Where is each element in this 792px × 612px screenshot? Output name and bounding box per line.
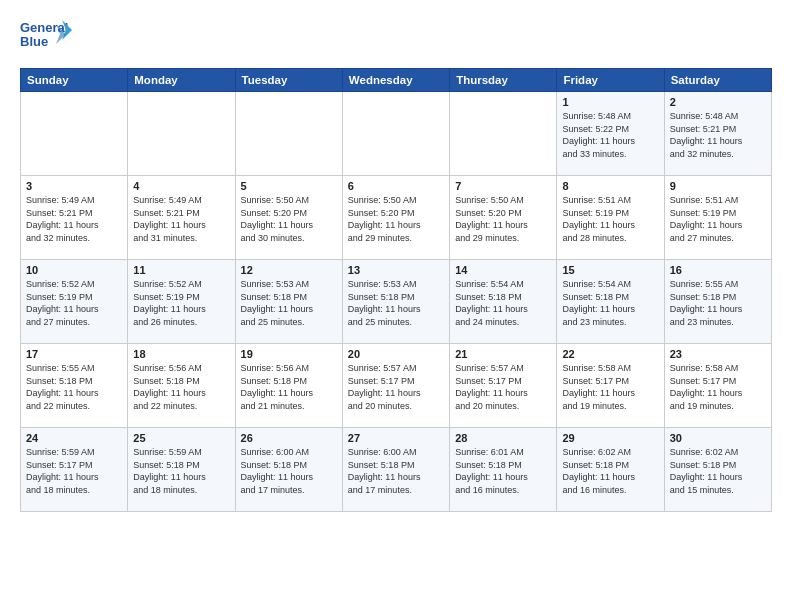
day-cell: 16Sunrise: 5:55 AM Sunset: 5:18 PM Dayli… bbox=[664, 260, 771, 344]
day-cell: 3Sunrise: 5:49 AM Sunset: 5:21 PM Daylig… bbox=[21, 176, 128, 260]
day-info: Sunrise: 5:53 AM Sunset: 5:18 PM Dayligh… bbox=[348, 278, 444, 328]
day-cell: 13Sunrise: 5:53 AM Sunset: 5:18 PM Dayli… bbox=[342, 260, 449, 344]
day-cell: 25Sunrise: 5:59 AM Sunset: 5:18 PM Dayli… bbox=[128, 428, 235, 512]
day-cell: 26Sunrise: 6:00 AM Sunset: 5:18 PM Dayli… bbox=[235, 428, 342, 512]
day-cell: 2Sunrise: 5:48 AM Sunset: 5:21 PM Daylig… bbox=[664, 92, 771, 176]
day-cell: 22Sunrise: 5:58 AM Sunset: 5:17 PM Dayli… bbox=[557, 344, 664, 428]
week-row-1: 1Sunrise: 5:48 AM Sunset: 5:22 PM Daylig… bbox=[21, 92, 772, 176]
svg-text:Blue: Blue bbox=[20, 34, 48, 49]
day-info: Sunrise: 5:59 AM Sunset: 5:18 PM Dayligh… bbox=[133, 446, 229, 496]
day-info: Sunrise: 5:56 AM Sunset: 5:18 PM Dayligh… bbox=[241, 362, 337, 412]
day-number: 1 bbox=[562, 96, 658, 108]
day-cell: 27Sunrise: 6:00 AM Sunset: 5:18 PM Dayli… bbox=[342, 428, 449, 512]
day-number: 2 bbox=[670, 96, 766, 108]
day-number: 22 bbox=[562, 348, 658, 360]
day-number: 10 bbox=[26, 264, 122, 276]
day-info: Sunrise: 6:02 AM Sunset: 5:18 PM Dayligh… bbox=[670, 446, 766, 496]
day-cell: 20Sunrise: 5:57 AM Sunset: 5:17 PM Dayli… bbox=[342, 344, 449, 428]
day-number: 12 bbox=[241, 264, 337, 276]
day-cell: 19Sunrise: 5:56 AM Sunset: 5:18 PM Dayli… bbox=[235, 344, 342, 428]
header: General Blue bbox=[20, 16, 772, 58]
day-number: 24 bbox=[26, 432, 122, 444]
day-cell: 9Sunrise: 5:51 AM Sunset: 5:19 PM Daylig… bbox=[664, 176, 771, 260]
day-info: Sunrise: 5:52 AM Sunset: 5:19 PM Dayligh… bbox=[26, 278, 122, 328]
weekday-header-friday: Friday bbox=[557, 69, 664, 92]
day-number: 21 bbox=[455, 348, 551, 360]
day-cell: 12Sunrise: 5:53 AM Sunset: 5:18 PM Dayli… bbox=[235, 260, 342, 344]
day-info: Sunrise: 6:00 AM Sunset: 5:18 PM Dayligh… bbox=[348, 446, 444, 496]
day-info: Sunrise: 5:55 AM Sunset: 5:18 PM Dayligh… bbox=[26, 362, 122, 412]
day-info: Sunrise: 5:55 AM Sunset: 5:18 PM Dayligh… bbox=[670, 278, 766, 328]
day-number: 29 bbox=[562, 432, 658, 444]
day-number: 16 bbox=[670, 264, 766, 276]
day-info: Sunrise: 5:57 AM Sunset: 5:17 PM Dayligh… bbox=[348, 362, 444, 412]
day-number: 5 bbox=[241, 180, 337, 192]
day-cell: 17Sunrise: 5:55 AM Sunset: 5:18 PM Dayli… bbox=[21, 344, 128, 428]
day-number: 27 bbox=[348, 432, 444, 444]
day-cell: 28Sunrise: 6:01 AM Sunset: 5:18 PM Dayli… bbox=[450, 428, 557, 512]
day-info: Sunrise: 5:58 AM Sunset: 5:17 PM Dayligh… bbox=[670, 362, 766, 412]
day-info: Sunrise: 5:57 AM Sunset: 5:17 PM Dayligh… bbox=[455, 362, 551, 412]
day-cell: 23Sunrise: 5:58 AM Sunset: 5:17 PM Dayli… bbox=[664, 344, 771, 428]
weekday-header-monday: Monday bbox=[128, 69, 235, 92]
day-cell: 6Sunrise: 5:50 AM Sunset: 5:20 PM Daylig… bbox=[342, 176, 449, 260]
weekday-header-row: SundayMondayTuesdayWednesdayThursdayFrid… bbox=[21, 69, 772, 92]
day-number: 3 bbox=[26, 180, 122, 192]
day-cell: 15Sunrise: 5:54 AM Sunset: 5:18 PM Dayli… bbox=[557, 260, 664, 344]
day-cell: 4Sunrise: 5:49 AM Sunset: 5:21 PM Daylig… bbox=[128, 176, 235, 260]
day-number: 15 bbox=[562, 264, 658, 276]
day-number: 17 bbox=[26, 348, 122, 360]
day-cell: 14Sunrise: 5:54 AM Sunset: 5:18 PM Dayli… bbox=[450, 260, 557, 344]
day-cell bbox=[21, 92, 128, 176]
weekday-header-tuesday: Tuesday bbox=[235, 69, 342, 92]
day-cell: 21Sunrise: 5:57 AM Sunset: 5:17 PM Dayli… bbox=[450, 344, 557, 428]
day-cell: 24Sunrise: 5:59 AM Sunset: 5:17 PM Dayli… bbox=[21, 428, 128, 512]
day-info: Sunrise: 5:51 AM Sunset: 5:19 PM Dayligh… bbox=[670, 194, 766, 244]
page: General Blue SundayMondayTuesdayWednesda… bbox=[0, 0, 792, 522]
day-number: 18 bbox=[133, 348, 229, 360]
day-number: 25 bbox=[133, 432, 229, 444]
week-row-5: 24Sunrise: 5:59 AM Sunset: 5:17 PM Dayli… bbox=[21, 428, 772, 512]
day-cell: 30Sunrise: 6:02 AM Sunset: 5:18 PM Dayli… bbox=[664, 428, 771, 512]
day-info: Sunrise: 6:02 AM Sunset: 5:18 PM Dayligh… bbox=[562, 446, 658, 496]
day-info: Sunrise: 6:00 AM Sunset: 5:18 PM Dayligh… bbox=[241, 446, 337, 496]
day-number: 6 bbox=[348, 180, 444, 192]
day-cell bbox=[342, 92, 449, 176]
weekday-header-thursday: Thursday bbox=[450, 69, 557, 92]
day-number: 19 bbox=[241, 348, 337, 360]
day-info: Sunrise: 5:54 AM Sunset: 5:18 PM Dayligh… bbox=[562, 278, 658, 328]
day-info: Sunrise: 5:56 AM Sunset: 5:18 PM Dayligh… bbox=[133, 362, 229, 412]
day-info: Sunrise: 5:50 AM Sunset: 5:20 PM Dayligh… bbox=[241, 194, 337, 244]
day-number: 26 bbox=[241, 432, 337, 444]
day-number: 11 bbox=[133, 264, 229, 276]
day-number: 9 bbox=[670, 180, 766, 192]
day-number: 23 bbox=[670, 348, 766, 360]
day-number: 28 bbox=[455, 432, 551, 444]
day-info: Sunrise: 5:53 AM Sunset: 5:18 PM Dayligh… bbox=[241, 278, 337, 328]
day-info: Sunrise: 5:50 AM Sunset: 5:20 PM Dayligh… bbox=[455, 194, 551, 244]
day-info: Sunrise: 5:48 AM Sunset: 5:21 PM Dayligh… bbox=[670, 110, 766, 160]
day-info: Sunrise: 5:48 AM Sunset: 5:22 PM Dayligh… bbox=[562, 110, 658, 160]
week-row-3: 10Sunrise: 5:52 AM Sunset: 5:19 PM Dayli… bbox=[21, 260, 772, 344]
day-info: Sunrise: 5:58 AM Sunset: 5:17 PM Dayligh… bbox=[562, 362, 658, 412]
day-info: Sunrise: 5:51 AM Sunset: 5:19 PM Dayligh… bbox=[562, 194, 658, 244]
day-info: Sunrise: 5:49 AM Sunset: 5:21 PM Dayligh… bbox=[26, 194, 122, 244]
day-number: 7 bbox=[455, 180, 551, 192]
logo-svg: General Blue bbox=[20, 16, 72, 58]
day-number: 14 bbox=[455, 264, 551, 276]
week-row-4: 17Sunrise: 5:55 AM Sunset: 5:18 PM Dayli… bbox=[21, 344, 772, 428]
day-cell bbox=[128, 92, 235, 176]
day-cell bbox=[235, 92, 342, 176]
day-number: 20 bbox=[348, 348, 444, 360]
day-cell: 29Sunrise: 6:02 AM Sunset: 5:18 PM Dayli… bbox=[557, 428, 664, 512]
day-number: 13 bbox=[348, 264, 444, 276]
weekday-header-saturday: Saturday bbox=[664, 69, 771, 92]
day-info: Sunrise: 5:52 AM Sunset: 5:19 PM Dayligh… bbox=[133, 278, 229, 328]
day-number: 4 bbox=[133, 180, 229, 192]
day-number: 8 bbox=[562, 180, 658, 192]
day-info: Sunrise: 5:54 AM Sunset: 5:18 PM Dayligh… bbox=[455, 278, 551, 328]
day-info: Sunrise: 6:01 AM Sunset: 5:18 PM Dayligh… bbox=[455, 446, 551, 496]
day-cell: 8Sunrise: 5:51 AM Sunset: 5:19 PM Daylig… bbox=[557, 176, 664, 260]
day-number: 30 bbox=[670, 432, 766, 444]
day-info: Sunrise: 5:50 AM Sunset: 5:20 PM Dayligh… bbox=[348, 194, 444, 244]
